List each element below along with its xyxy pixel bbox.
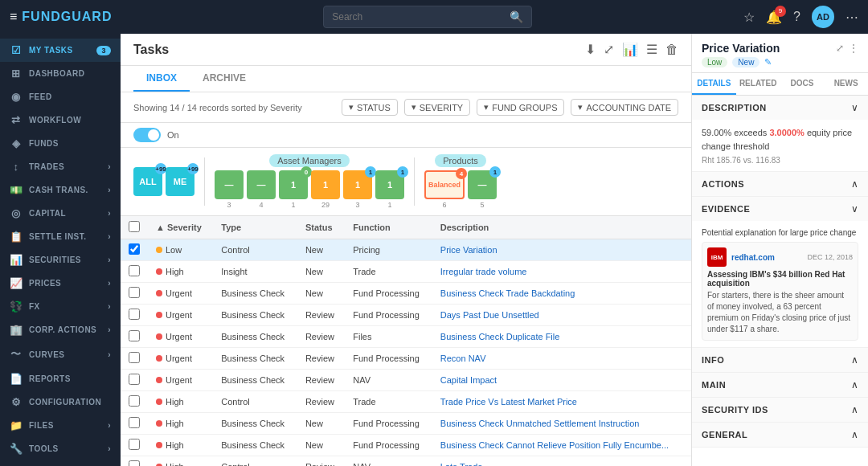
select-all-checkbox[interactable] bbox=[129, 221, 140, 232]
row-checkbox-8[interactable] bbox=[129, 417, 140, 428]
row-checkbox-2[interactable] bbox=[129, 287, 140, 298]
table-row[interactable]: Low Control New Pricing Price Variation bbox=[121, 239, 691, 261]
rp-tab-details[interactable]: DETAILS bbox=[692, 73, 736, 95]
col-status[interactable]: Status bbox=[297, 216, 345, 239]
menu-icon[interactable]: ≡ bbox=[10, 10, 17, 24]
filter-accounting-date[interactable]: ▾ ACCOUNTING DATE bbox=[571, 99, 678, 116]
description-link-8[interactable]: Business Check Unmatched Settlement Inst… bbox=[440, 419, 640, 428]
filter-severity[interactable]: ▾ SEVERITY bbox=[404, 99, 470, 116]
table-row[interactable]: Urgent Business Check Review Files Busin… bbox=[121, 326, 691, 348]
sidebar-item-fx[interactable]: 💱 FX › bbox=[0, 295, 121, 318]
description-link-3[interactable]: Days Past Due Unsettled bbox=[440, 310, 539, 320]
row-checkbox-9[interactable] bbox=[129, 439, 140, 450]
help-icon[interactable]: ? bbox=[793, 10, 800, 24]
sidebar-item-cash-trans[interactable]: 💵 CASH TRANS. › bbox=[0, 178, 121, 202]
search-input[interactable] bbox=[332, 11, 510, 22]
sidebar-item-prices[interactable]: 📈 PRICES › bbox=[0, 272, 121, 295]
logo[interactable]: ≡ FUNDGUARD bbox=[10, 10, 112, 24]
evidence-card[interactable]: IBM redhat.com DEC 12, 2018 Assessing IB… bbox=[702, 242, 858, 341]
toggle-switch[interactable] bbox=[133, 128, 161, 142]
rp-tab-docs[interactable]: DOCS bbox=[780, 73, 825, 95]
table-row[interactable]: High Business Check New Fund Processing … bbox=[121, 435, 691, 456]
kc-btn-4[interactable]: 1 bbox=[311, 170, 340, 199]
col-severity[interactable]: ▲ Severity bbox=[148, 216, 213, 239]
section-actions[interactable]: ACTIONS ∧ bbox=[692, 172, 868, 197]
kc-btn-1[interactable]: — bbox=[215, 170, 244, 199]
description-link-7[interactable]: Trade Price Vs Latest Market Price bbox=[440, 397, 577, 407]
sidebar-item-funds[interactable]: ◈ FUNDS bbox=[0, 132, 121, 155]
table-row[interactable]: Urgent Business Check Review Fund Proces… bbox=[121, 348, 691, 370]
sidebar-item-feed[interactable]: ◉ FEED bbox=[0, 85, 121, 108]
me-button[interactable]: ME +99 bbox=[166, 167, 194, 196]
row-checkbox-3[interactable] bbox=[129, 309, 140, 320]
cell-description-10[interactable]: Late Trade bbox=[432, 456, 691, 467]
table-row[interactable]: High Control Review Trade Trade Price Vs… bbox=[121, 391, 691, 413]
search-bar[interactable]: 🔍 bbox=[323, 6, 532, 28]
cell-description-9[interactable]: Business Check Cannot Relieve Position F… bbox=[432, 435, 691, 456]
description-link-0[interactable]: Price Variation bbox=[440, 245, 497, 255]
sidebar-item-trades[interactable]: ↕ TRADES › bbox=[0, 155, 121, 178]
section-description-header[interactable]: DESCRIPTION ∨ bbox=[692, 96, 868, 120]
sidebar-item-my-tasks[interactable]: ☑ MY TASKS 3 bbox=[0, 39, 121, 62]
kc-balanced[interactable]: Balanced 4 bbox=[424, 170, 465, 199]
col-type[interactable]: Type bbox=[213, 216, 297, 239]
rp-edit-icon[interactable]: ✎ bbox=[764, 57, 772, 67]
all-button[interactable]: ALL +99 bbox=[133, 167, 162, 196]
description-link-1[interactable]: Irregular trade volume bbox=[440, 267, 527, 276]
tab-archive[interactable]: ARCHIVE bbox=[190, 66, 259, 92]
filter-fund-groups[interactable]: ▾ FUND GROUPS bbox=[477, 99, 564, 116]
list-icon[interactable]: ☰ bbox=[646, 42, 657, 57]
rp-tab-related[interactable]: RELATED bbox=[736, 73, 780, 95]
table-row[interactable]: Urgent Business Check New Fund Processin… bbox=[121, 283, 691, 305]
more-icon[interactable]: ⋯ bbox=[845, 10, 858, 25]
sidebar-item-settle-inst[interactable]: 📋 SETTLE INST. › bbox=[0, 225, 121, 248]
cell-description-0[interactable]: Price Variation bbox=[432, 239, 691, 261]
sidebar-item-reports[interactable]: 📄 REPORTS bbox=[0, 367, 121, 390]
cell-description-1[interactable]: Irregular trade volume bbox=[432, 261, 691, 283]
kc-btn-8[interactable]: — 1 bbox=[468, 170, 497, 199]
row-checkbox-7[interactable] bbox=[129, 395, 140, 407]
kc-btn-2[interactable]: — bbox=[247, 170, 276, 199]
filter-status[interactable]: ▾ STATUS bbox=[342, 99, 398, 116]
cell-description-6[interactable]: Capital Impact bbox=[432, 370, 691, 391]
cell-description-5[interactable]: Recon NAV bbox=[432, 348, 691, 370]
table-row[interactable]: Urgent Business Check Review NAV Capital… bbox=[121, 370, 691, 391]
kc-btn-5[interactable]: 1 1 bbox=[343, 170, 372, 199]
download-icon[interactable]: ⬇ bbox=[585, 42, 596, 57]
sidebar-item-configuration[interactable]: ⚙ CONFIGURATION bbox=[0, 390, 121, 414]
sidebar-item-workflow[interactable]: ⇄ WORKFLOW bbox=[0, 108, 121, 132]
bell-icon[interactable]: 🔔9 bbox=[766, 10, 782, 25]
kc-btn-3[interactable]: 1 0 bbox=[279, 170, 308, 199]
description-link-2[interactable]: Business Check Trade Backdating bbox=[440, 288, 575, 298]
description-link-5[interactable]: Recon NAV bbox=[440, 354, 486, 363]
section-security-ids[interactable]: SECURITY IDS ∧ bbox=[692, 398, 868, 423]
chart-icon[interactable]: 📊 bbox=[622, 42, 638, 57]
description-link-9[interactable]: Business Check Cannot Relieve Position F… bbox=[440, 440, 669, 450]
kc-btn-6[interactable]: 1 1 bbox=[375, 170, 404, 199]
bookmark-icon[interactable]: ☆ bbox=[743, 10, 755, 25]
table-row[interactable]: Urgent Business Check Review Fund Proces… bbox=[121, 305, 691, 326]
section-main[interactable]: MAIN ∧ bbox=[692, 373, 868, 398]
col-function[interactable]: Function bbox=[345, 216, 432, 239]
cell-description-8[interactable]: Business Check Unmatched Settlement Inst… bbox=[432, 413, 691, 435]
row-checkbox-4[interactable] bbox=[129, 330, 140, 341]
table-row[interactable]: High Control Review NAV Late Trade bbox=[121, 456, 691, 467]
row-checkbox-10[interactable] bbox=[129, 460, 140, 466]
sidebar-item-curves[interactable]: 〜 CURVES › bbox=[0, 341, 121, 367]
row-checkbox-6[interactable] bbox=[129, 374, 140, 385]
table-row[interactable]: High Insight New Trade Irregular trade v… bbox=[121, 261, 691, 283]
cell-description-2[interactable]: Business Check Trade Backdating bbox=[432, 283, 691, 305]
tab-inbox[interactable]: INBOX bbox=[133, 66, 190, 92]
description-link-4[interactable]: Business Check Duplicate File bbox=[440, 332, 560, 341]
cell-description-7[interactable]: Trade Price Vs Latest Market Price bbox=[432, 391, 691, 413]
sidebar-item-capital[interactable]: ◎ CAPITAL › bbox=[0, 202, 121, 225]
description-link-6[interactable]: Capital Impact bbox=[440, 375, 497, 385]
rp-expand-icon[interactable]: ⤢ bbox=[836, 43, 844, 54]
sidebar-item-files[interactable]: 📁 FILES › bbox=[0, 414, 121, 437]
sidebar-item-securities[interactable]: 📊 SECURITIES › bbox=[0, 248, 121, 272]
cell-description-4[interactable]: Business Check Duplicate File bbox=[432, 326, 691, 348]
section-evidence-header[interactable]: EVIDENCE ∨ bbox=[692, 197, 868, 221]
col-description[interactable]: Description bbox=[432, 216, 691, 239]
sidebar-item-corp-actions[interactable]: 🏢 CORP. ACTIONS › bbox=[0, 318, 121, 341]
avatar[interactable]: AD bbox=[812, 6, 834, 28]
